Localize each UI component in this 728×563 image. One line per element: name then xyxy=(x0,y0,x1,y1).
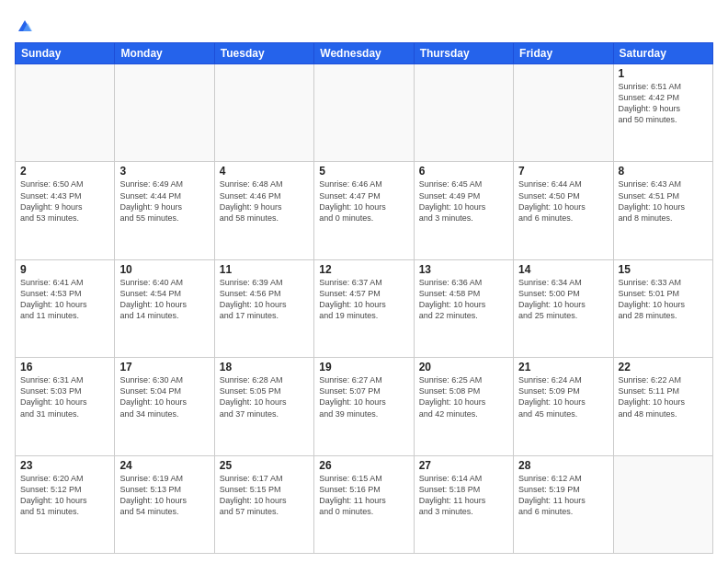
calendar-cell: 4Sunrise: 6:48 AM Sunset: 4:46 PM Daylig… xyxy=(214,162,313,259)
calendar-cell: 20Sunrise: 6:25 AM Sunset: 5:08 PM Dayli… xyxy=(414,358,513,455)
day-info: Sunrise: 6:44 AM Sunset: 4:50 PM Dayligh… xyxy=(518,178,608,224)
calendar-cell: 23Sunrise: 6:20 AM Sunset: 5:12 PM Dayli… xyxy=(16,455,115,553)
weekday-header-row: SundayMondayTuesdayWednesdayThursdayFrid… xyxy=(16,43,713,64)
day-number: 26 xyxy=(319,459,408,472)
day-number: 28 xyxy=(518,459,608,472)
calendar-cell: 7Sunrise: 6:44 AM Sunset: 4:50 PM Daylig… xyxy=(514,162,613,259)
day-info: Sunrise: 6:46 AM Sunset: 4:47 PM Dayligh… xyxy=(319,178,408,224)
calendar-cell: 15Sunrise: 6:33 AM Sunset: 5:01 PM Dayli… xyxy=(613,259,712,357)
day-number: 15 xyxy=(619,263,708,276)
calendar-cell xyxy=(414,64,513,162)
day-info: Sunrise: 6:12 AM Sunset: 5:19 PM Dayligh… xyxy=(518,473,608,518)
day-info: Sunrise: 6:22 AM Sunset: 5:11 PM Dayligh… xyxy=(619,374,708,419)
day-number: 3 xyxy=(119,165,209,178)
calendar-cell: 18Sunrise: 6:28 AM Sunset: 5:05 PM Dayli… xyxy=(214,358,313,455)
calendar-cell: 25Sunrise: 6:17 AM Sunset: 5:15 PM Dayli… xyxy=(214,455,313,553)
calendar-cell: 27Sunrise: 6:14 AM Sunset: 5:18 PM Dayli… xyxy=(414,455,513,553)
calendar-cell: 19Sunrise: 6:27 AM Sunset: 5:07 PM Dayli… xyxy=(314,358,414,455)
calendar-row: 23Sunrise: 6:20 AM Sunset: 5:12 PM Dayli… xyxy=(16,455,713,553)
page: SundayMondayTuesdayWednesdayThursdayFrid… xyxy=(0,0,728,563)
day-info: Sunrise: 6:27 AM Sunset: 5:07 PM Dayligh… xyxy=(319,374,408,419)
day-info: Sunrise: 6:39 AM Sunset: 4:56 PM Dayligh… xyxy=(220,277,309,322)
day-number: 1 xyxy=(619,67,708,80)
day-info: Sunrise: 6:30 AM Sunset: 5:04 PM Dayligh… xyxy=(119,374,209,419)
calendar-cell xyxy=(613,455,712,553)
weekday-header-saturday: Saturday xyxy=(613,43,712,64)
calendar-cell: 16Sunrise: 6:31 AM Sunset: 5:03 PM Dayli… xyxy=(16,358,115,455)
calendar-cell xyxy=(314,64,414,162)
day-info: Sunrise: 6:40 AM Sunset: 4:54 PM Dayligh… xyxy=(119,277,209,322)
day-number: 10 xyxy=(119,263,209,276)
day-info: Sunrise: 6:28 AM Sunset: 5:05 PM Dayligh… xyxy=(220,374,309,419)
calendar-cell: 6Sunrise: 6:45 AM Sunset: 4:49 PM Daylig… xyxy=(414,162,513,259)
calendar-row: 9Sunrise: 6:41 AM Sunset: 4:53 PM Daylig… xyxy=(16,259,713,357)
day-info: Sunrise: 6:41 AM Sunset: 4:53 PM Dayligh… xyxy=(20,277,109,322)
day-info: Sunrise: 6:19 AM Sunset: 5:13 PM Dayligh… xyxy=(119,473,209,518)
calendar-cell: 28Sunrise: 6:12 AM Sunset: 5:19 PM Dayli… xyxy=(514,455,613,553)
header xyxy=(15,15,713,35)
day-number: 11 xyxy=(220,263,309,276)
day-info: Sunrise: 6:20 AM Sunset: 5:12 PM Dayligh… xyxy=(20,473,109,518)
calendar-cell: 12Sunrise: 6:37 AM Sunset: 4:57 PM Dayli… xyxy=(314,259,414,357)
calendar-row: 16Sunrise: 6:31 AM Sunset: 5:03 PM Dayli… xyxy=(16,358,713,455)
calendar-cell: 9Sunrise: 6:41 AM Sunset: 4:53 PM Daylig… xyxy=(16,259,115,357)
calendar-cell: 14Sunrise: 6:34 AM Sunset: 5:00 PM Dayli… xyxy=(514,259,613,357)
day-info: Sunrise: 6:50 AM Sunset: 4:43 PM Dayligh… xyxy=(20,178,109,224)
day-number: 8 xyxy=(619,165,708,178)
day-number: 18 xyxy=(220,361,309,373)
calendar-cell: 2Sunrise: 6:50 AM Sunset: 4:43 PM Daylig… xyxy=(16,162,115,259)
logo-icon xyxy=(17,18,33,35)
day-number: 16 xyxy=(20,361,109,373)
calendar-cell: 13Sunrise: 6:36 AM Sunset: 4:58 PM Dayli… xyxy=(414,259,513,357)
calendar-cell: 8Sunrise: 6:43 AM Sunset: 4:51 PM Daylig… xyxy=(613,162,712,259)
calendar-table: SundayMondayTuesdayWednesdayThursdayFrid… xyxy=(15,42,713,554)
day-info: Sunrise: 6:48 AM Sunset: 4:46 PM Dayligh… xyxy=(220,178,309,224)
day-number: 7 xyxy=(518,165,608,178)
calendar-cell: 24Sunrise: 6:19 AM Sunset: 5:13 PM Dayli… xyxy=(115,455,214,553)
calendar-cell xyxy=(514,64,613,162)
day-number: 23 xyxy=(20,459,109,472)
day-number: 22 xyxy=(619,361,708,373)
calendar-cell: 21Sunrise: 6:24 AM Sunset: 5:09 PM Dayli… xyxy=(514,358,613,455)
day-number: 12 xyxy=(319,263,408,276)
day-info: Sunrise: 6:36 AM Sunset: 4:58 PM Dayligh… xyxy=(419,277,508,322)
calendar-cell: 5Sunrise: 6:46 AM Sunset: 4:47 PM Daylig… xyxy=(314,162,414,259)
day-number: 4 xyxy=(220,165,309,178)
weekday-header-monday: Monday xyxy=(115,43,214,64)
day-number: 5 xyxy=(319,165,408,178)
day-info: Sunrise: 6:24 AM Sunset: 5:09 PM Dayligh… xyxy=(518,374,608,419)
calendar-cell: 11Sunrise: 6:39 AM Sunset: 4:56 PM Dayli… xyxy=(214,259,313,357)
calendar-cell xyxy=(214,64,313,162)
day-number: 14 xyxy=(518,263,608,276)
calendar-cell: 10Sunrise: 6:40 AM Sunset: 4:54 PM Dayli… xyxy=(115,259,214,357)
day-info: Sunrise: 6:33 AM Sunset: 5:01 PM Dayligh… xyxy=(619,277,708,322)
day-info: Sunrise: 6:17 AM Sunset: 5:15 PM Dayligh… xyxy=(220,473,309,518)
day-number: 2 xyxy=(20,165,109,178)
day-info: Sunrise: 6:25 AM Sunset: 5:08 PM Dayligh… xyxy=(419,374,508,419)
day-number: 6 xyxy=(419,165,508,178)
day-number: 13 xyxy=(419,263,508,276)
day-info: Sunrise: 6:45 AM Sunset: 4:49 PM Dayligh… xyxy=(419,178,508,224)
day-number: 21 xyxy=(518,361,608,373)
calendar-cell: 3Sunrise: 6:49 AM Sunset: 4:44 PM Daylig… xyxy=(115,162,214,259)
day-info: Sunrise: 6:51 AM Sunset: 4:42 PM Dayligh… xyxy=(619,81,708,126)
calendar-cell: 17Sunrise: 6:30 AM Sunset: 5:04 PM Dayli… xyxy=(115,358,214,455)
day-number: 27 xyxy=(419,459,508,472)
calendar-cell xyxy=(115,64,214,162)
day-number: 17 xyxy=(119,361,209,373)
day-info: Sunrise: 6:37 AM Sunset: 4:57 PM Dayligh… xyxy=(319,277,408,322)
calendar-row: 1Sunrise: 6:51 AM Sunset: 4:42 PM Daylig… xyxy=(16,64,713,162)
day-number: 9 xyxy=(20,263,109,276)
calendar-cell: 26Sunrise: 6:15 AM Sunset: 5:16 PM Dayli… xyxy=(314,455,414,553)
day-info: Sunrise: 6:14 AM Sunset: 5:18 PM Dayligh… xyxy=(419,473,508,518)
weekday-header-sunday: Sunday xyxy=(16,43,115,64)
day-info: Sunrise: 6:43 AM Sunset: 4:51 PM Dayligh… xyxy=(619,178,708,224)
weekday-header-wednesday: Wednesday xyxy=(314,43,414,64)
day-number: 24 xyxy=(119,459,209,472)
calendar-cell: 1Sunrise: 6:51 AM Sunset: 4:42 PM Daylig… xyxy=(613,64,712,162)
day-info: Sunrise: 6:34 AM Sunset: 5:00 PM Dayligh… xyxy=(518,277,608,322)
weekday-header-tuesday: Tuesday xyxy=(214,43,313,64)
logo xyxy=(15,18,37,35)
weekday-header-thursday: Thursday xyxy=(414,43,513,64)
calendar-row: 2Sunrise: 6:50 AM Sunset: 4:43 PM Daylig… xyxy=(16,162,713,259)
